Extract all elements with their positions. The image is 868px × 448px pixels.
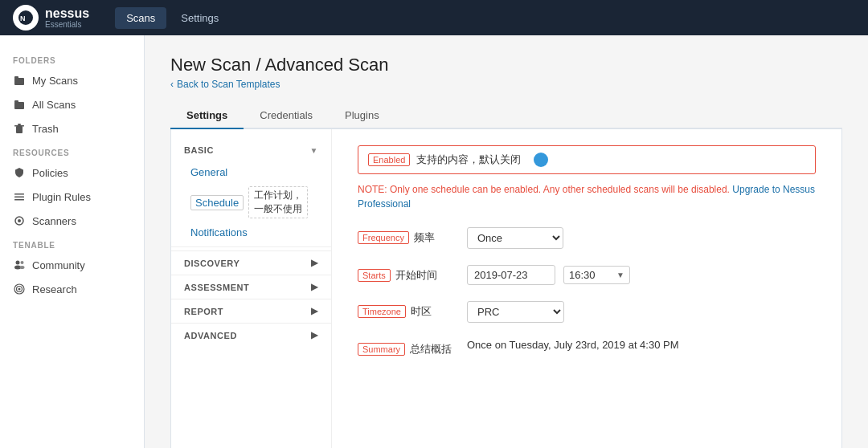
summary-value-col: Once on Tuesday, July 23rd, 2019 at 4:30… bbox=[467, 339, 816, 351]
menu-section-label: ADVANCED bbox=[184, 331, 237, 340]
menu-section-basic[interactable]: BASIC ▼ bbox=[171, 139, 331, 161]
timezone-label: 时区 bbox=[411, 304, 432, 319]
brand-sub: Essentials bbox=[45, 20, 89, 29]
chevron-right-icon: ▶ bbox=[311, 258, 318, 268]
tab-settings[interactable]: Settings bbox=[170, 103, 244, 129]
menu-item-notifications[interactable]: Notifications bbox=[171, 222, 331, 243]
sidebar-item-label: My Scans bbox=[32, 75, 78, 87]
toggle-dot[interactable] bbox=[534, 153, 548, 167]
svg-point-20 bbox=[18, 288, 21, 291]
sidebar-item-community[interactable]: Community bbox=[0, 253, 144, 277]
settings-menu: BASIC ▼ General Schedule 工作计划，一般不使用 Noti… bbox=[171, 129, 332, 448]
svg-rect-3 bbox=[14, 76, 18, 79]
logo-icon: N bbox=[13, 5, 39, 31]
starts-row: Starts 开始时间 ▼ bbox=[358, 265, 816, 285]
target-icon bbox=[13, 283, 26, 295]
menu-item-schedule[interactable]: Schedule bbox=[190, 195, 244, 210]
nav-settings[interactable]: Settings bbox=[170, 7, 230, 29]
svg-rect-10 bbox=[14, 197, 24, 198]
logo: N nessus Essentials bbox=[13, 5, 89, 31]
starts-time-input[interactable] bbox=[569, 269, 613, 281]
chevron-right-icon: ▶ bbox=[311, 306, 318, 316]
svg-rect-4 bbox=[14, 102, 24, 109]
time-wrapper: ▼ bbox=[563, 266, 630, 284]
svg-rect-9 bbox=[14, 193, 24, 195]
starts-date-input[interactable] bbox=[467, 265, 555, 285]
note-text: NOTE: Only one schedule can be enabled. … bbox=[358, 184, 730, 195]
sidebar-item-research[interactable]: Research bbox=[0, 277, 144, 301]
nav-scans[interactable]: Scans bbox=[115, 7, 166, 29]
sidebar-item-scanners[interactable]: Scanners bbox=[0, 209, 144, 233]
starts-label: 开始时间 bbox=[395, 268, 437, 283]
sidebar-item-label: Plugin Rules bbox=[32, 191, 91, 203]
menu-section-label: REPORT bbox=[184, 307, 223, 316]
menu-section-report[interactable]: REPORT ▶ bbox=[171, 299, 331, 323]
folder-icon bbox=[13, 98, 26, 111]
enabled-text: 支持的内容，默认关闭 bbox=[416, 153, 521, 167]
brand-name: nessus bbox=[45, 6, 89, 21]
frequency-row: Frequency 频率 Once Daily Weekly Monthly bbox=[358, 227, 816, 249]
svg-rect-11 bbox=[14, 199, 24, 201]
menu-section-label: DISCOVERY bbox=[184, 259, 240, 268]
timezone-select[interactable]: PRC UTC US/Eastern US/Pacific bbox=[467, 301, 564, 323]
main-content: New Scan / Advanced Scan ‹ Back to Scan … bbox=[145, 35, 868, 448]
menu-section-assessment[interactable]: ASSESSMENT ▶ bbox=[171, 275, 331, 299]
frequency-value-col: Once Daily Weekly Monthly bbox=[467, 227, 816, 249]
page-title: New Scan / Advanced Scan bbox=[170, 55, 842, 75]
topnav: N nessus Essentials Scans Settings bbox=[0, 0, 868, 35]
summary-label-col: Summary 总结概括 bbox=[358, 339, 454, 356]
sidebar: FOLDERS My Scans All Scans bbox=[0, 35, 145, 448]
users-icon bbox=[13, 259, 26, 271]
frequency-badge: Frequency bbox=[358, 231, 409, 244]
sidebar-item-label: Research bbox=[32, 283, 77, 295]
svg-point-17 bbox=[20, 266, 25, 269]
timezone-label-col: Timezone 时区 bbox=[358, 301, 454, 319]
menu-section-advanced[interactable]: ADVANCED ▶ bbox=[171, 323, 331, 347]
settings-layout: BASIC ▼ General Schedule 工作计划，一般不使用 Noti… bbox=[171, 129, 841, 448]
summary-label: 总结概括 bbox=[410, 342, 452, 356]
topnav-links: Scans Settings bbox=[115, 7, 230, 29]
sidebar-folders-label: FOLDERS bbox=[0, 48, 144, 68]
back-link-text: Back to Scan Templates bbox=[177, 79, 280, 90]
chevron-right-icon: ▶ bbox=[311, 282, 318, 292]
menu-item-general[interactable]: General bbox=[171, 161, 331, 183]
summary-row: Summary 总结概括 Once on Tuesday, July 23rd,… bbox=[358, 339, 816, 356]
svg-rect-2 bbox=[14, 78, 24, 85]
back-arrow: ‹ bbox=[170, 79, 174, 90]
sidebar-resources-label: RESOURCES bbox=[0, 141, 144, 161]
svg-rect-7 bbox=[14, 125, 24, 127]
frequency-select[interactable]: Once Daily Weekly Monthly bbox=[467, 227, 563, 249]
sidebar-item-policies[interactable]: Policies bbox=[0, 161, 144, 185]
schedule-annotation: 工作计划，一般不使用 bbox=[248, 186, 308, 218]
svg-point-14 bbox=[16, 261, 20, 265]
tab-plugins[interactable]: Plugins bbox=[329, 103, 395, 129]
brand-text: nessus Essentials bbox=[45, 6, 89, 30]
timezone-value-col: PRC UTC US/Eastern US/Pacific bbox=[467, 301, 816, 323]
settings-panel: Enabled 支持的内容，默认关闭 NOTE: Only one schedu… bbox=[332, 129, 841, 448]
svg-rect-5 bbox=[14, 100, 18, 103]
sidebar-item-all-scans[interactable]: All Scans bbox=[0, 92, 144, 116]
svg-rect-6 bbox=[16, 126, 23, 133]
menu-section-discovery[interactable]: DISCOVERY ▶ bbox=[171, 250, 331, 275]
sidebar-item-trash[interactable]: Trash bbox=[0, 116, 144, 141]
sidebar-item-label: Community bbox=[32, 259, 85, 271]
folder-icon bbox=[13, 74, 26, 87]
sidebar-tenable-label: TENABLE bbox=[0, 233, 144, 253]
sidebar-item-my-scans[interactable]: My Scans bbox=[0, 68, 144, 92]
frequency-label: 频率 bbox=[414, 230, 435, 245]
tab-credentials[interactable]: Credentials bbox=[244, 103, 329, 129]
back-link[interactable]: ‹ Back to Scan Templates bbox=[170, 79, 842, 90]
chevron-down-icon: ▼ bbox=[616, 271, 624, 279]
svg-point-16 bbox=[21, 261, 24, 264]
page-header: New Scan / Advanced Scan bbox=[170, 55, 842, 75]
menu-section-label: BASIC bbox=[184, 145, 214, 155]
sidebar-item-plugin-rules[interactable]: Plugin Rules bbox=[0, 185, 144, 209]
tabs: Settings Credentials Plugins bbox=[170, 103, 842, 129]
sidebar-item-label: Policies bbox=[32, 167, 68, 179]
settings-card: BASIC ▼ General Schedule 工作计划，一般不使用 Noti… bbox=[170, 129, 842, 448]
timezone-badge: Timezone bbox=[358, 305, 406, 318]
sidebar-item-label: Scanners bbox=[32, 215, 76, 227]
svg-point-13 bbox=[18, 219, 21, 222]
starts-label-col: Starts 开始时间 bbox=[358, 265, 454, 283]
chevron-right-icon: ▶ bbox=[311, 330, 318, 340]
